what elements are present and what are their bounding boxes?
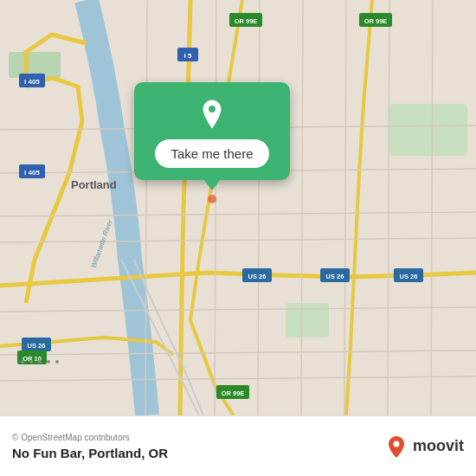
svg-rect-1 <box>389 104 467 156</box>
svg-text:Portland: Portland <box>71 178 117 191</box>
map-attribution: © OpenStreetMap contributors <box>12 433 168 442</box>
svg-text:I 405: I 405 <box>24 169 40 177</box>
svg-text:US 26: US 26 <box>28 342 46 350</box>
svg-point-46 <box>55 360 59 363</box>
svg-point-44 <box>38 360 42 363</box>
bottom-left-info: © OpenStreetMap contributors No Fun Bar,… <box>12 433 168 460</box>
svg-text:I 405: I 405 <box>24 78 40 86</box>
take-me-there-button[interactable]: Take me there <box>155 139 268 168</box>
popup-card: Take me there <box>134 82 290 180</box>
svg-point-48 <box>209 106 215 113</box>
moovit-logo: moovit <box>384 434 464 459</box>
bottom-bar: © OpenStreetMap contributors No Fun Bar,… <box>0 415 476 476</box>
moovit-brand-text: moovit <box>413 437 464 455</box>
moovit-pin-icon <box>384 434 408 459</box>
svg-text:OR 99E: OR 99E <box>364 17 388 25</box>
svg-text:US 26: US 26 <box>400 273 418 280</box>
svg-text:I 5: I 5 <box>184 52 192 60</box>
svg-point-47 <box>208 195 216 203</box>
location-pin-icon <box>196 98 228 131</box>
svg-text:US 26: US 26 <box>248 273 267 280</box>
svg-point-49 <box>393 441 399 447</box>
svg-point-45 <box>47 360 50 363</box>
location-title: No Fun Bar, Portland, OR <box>12 446 168 460</box>
svg-text:OR 99E: OR 99E <box>235 17 258 25</box>
svg-text:US 26: US 26 <box>326 273 344 280</box>
map-container[interactable]: I 405 I 405 I 5 OR 99E OR 99E OR 99E US … <box>0 0 476 415</box>
svg-text:OR 99E: OR 99E <box>222 389 245 397</box>
svg-point-42 <box>21 360 24 363</box>
svg-point-43 <box>29 360 33 363</box>
